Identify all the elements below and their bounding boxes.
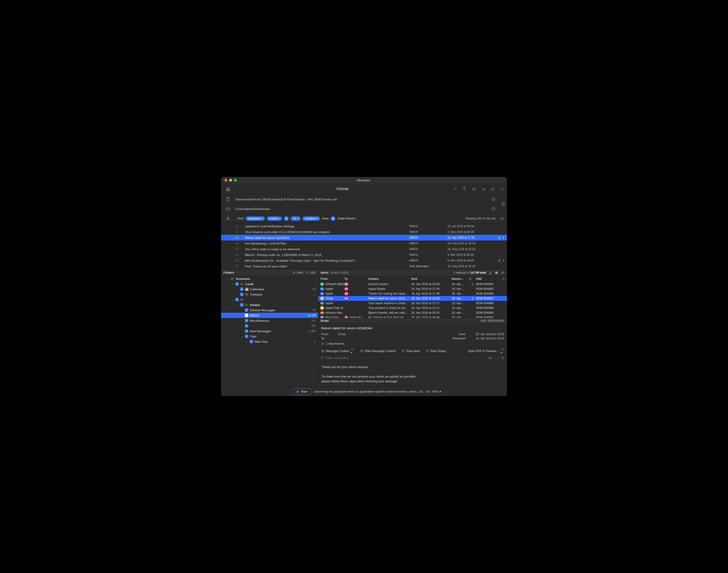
items-header: Items [4.983–4.992] 1 selected of 14.749…	[318, 269, 507, 276]
node-newyork[interactable]: ✓New York6	[221, 339, 318, 344]
minimize-window[interactable]	[229, 179, 232, 181]
node-groupless[interactable]: ›✓706	[221, 323, 318, 328]
col-to[interactable]: To	[344, 277, 368, 280]
chip-remove-icon[interactable]: ⊖	[284, 216, 289, 221]
trash-icon[interactable]	[501, 356, 505, 360]
preview-header: Email UIID: 0039-004987	[318, 318, 507, 324]
clear-search-icon[interactable]	[500, 217, 507, 220]
node-inbox[interactable]: ✓INBOX14.749	[221, 313, 318, 318]
items-rows[interactable]: IBinReach Billing BG Garmin Invoice 19. …	[318, 282, 507, 318]
table-row[interactable]: AAApple BG Apple Repair 19. Apr 2019 at …	[318, 286, 507, 291]
open-pdf-button[interactable]: Open PDF in Preview…▾	[465, 348, 507, 354]
square-icon[interactable]	[488, 184, 497, 195]
magic-wand-icon[interactable]	[450, 184, 459, 195]
user-icon[interactable]	[488, 271, 492, 274]
envelope-icon	[235, 265, 245, 268]
output-path[interactable]: /Users/bjoern/Downloads	[235, 207, 488, 211]
column-headers[interactable]: From To Subject Sent Receiv… UIID	[318, 276, 507, 282]
cart-icon[interactable]	[478, 184, 488, 195]
filter-button[interactable]: Filter	[292, 271, 303, 274]
preview-body[interactable]: Thank you for your return request.To mak…	[318, 361, 507, 386]
tab-plain-content[interactable]: Plain Message Content	[357, 348, 399, 354]
node-local[interactable]: ⌄✓Local	[221, 281, 318, 286]
chip-to[interactable]: To▾	[291, 216, 301, 221]
chip-anywhere[interactable]: anywhere▾	[245, 216, 265, 221]
table-row[interactable]: IBinReach Billing BG Garmin Invoice 19. …	[318, 282, 507, 286]
items-selection: 1 selected of 14.749 total	[453, 271, 486, 274]
table-row[interactable]: PFPorto Fino AKAdam Ko… Re: Dinner on Tu…	[318, 315, 507, 318]
node-accounts[interactable]: ⌄Accounts	[221, 276, 318, 281]
envelope-icon	[235, 230, 245, 233]
search-hit[interactable]: Fwd: Thank you for your order! Sent Mess…	[221, 263, 507, 269]
node-trips[interactable]: ⌄✓Trips	[221, 334, 318, 339]
query-text-2[interactable]: Order Return	[337, 217, 355, 220]
stats-icon[interactable]	[499, 195, 507, 214]
node-sent[interactable]: ✓Sent Messages3.465	[221, 328, 318, 334]
table-row[interactable]: ONOrnot BG Return label for return #22A……	[318, 296, 507, 301]
output-path-menu-icon[interactable]	[488, 207, 499, 211]
gear-icon[interactable]	[501, 271, 505, 274]
col-remove-icon[interactable]	[502, 277, 507, 280]
uiid-search[interactable]: UIID	[305, 271, 316, 274]
chevron-right-icon[interactable]: ›	[335, 333, 336, 335]
search-hit[interactable]: Return label for return #22AEAA INBOX 19…	[221, 235, 507, 241]
find-label: Find	[237, 217, 243, 220]
start-button[interactable]: Start	[292, 388, 311, 395]
search-icon[interactable]	[221, 216, 235, 221]
chip-add-icon[interactable]: ⊕	[331, 216, 335, 221]
search-hit[interactable]: Your IKEA order is ready to be delivered…	[221, 246, 507, 252]
chevron-right-icon[interactable]: ›	[335, 337, 336, 340]
search-hit[interactable]: Updated E-mail Notification Settings INB…	[221, 223, 507, 229]
chevron-right-icon[interactable]: ›	[346, 343, 347, 345]
node-calendars[interactable]: ✓📅Calendars118	[221, 286, 318, 292]
tab-message-content[interactable]: Message Content▾	[318, 348, 357, 354]
col-from[interactable]: From	[318, 277, 344, 280]
preview-search: Aa ‹ ›	[318, 355, 507, 361]
table-row[interactable]: AAApple Palo Al… Your product is ready f…	[318, 306, 507, 310]
tab-raw-input[interactable]: Raw Input	[399, 348, 423, 354]
folder-icon[interactable]	[221, 207, 235, 211]
search-hit[interactable]: 848 Southampton Dr - Available Thursday …	[221, 258, 507, 263]
search-hit[interactable]: Ihre Bestellung # 1102367842 INBOX 16. F…	[221, 241, 507, 246]
col-att[interactable]	[469, 277, 476, 280]
col-uiid[interactable]: UIID	[476, 277, 502, 280]
table-row[interactable]: AAApple BG Thanks for visiting the Upda……	[318, 291, 507, 296]
prev-match-icon[interactable]: ‹	[494, 356, 495, 360]
node-account2[interactable]: ⌄✓	[221, 297, 318, 302]
chip-emails[interactable]: emails▾	[267, 216, 282, 221]
footer-text[interactable]: converting all applicable items to appli…	[314, 390, 441, 393]
next-match-icon[interactable]: ›	[498, 356, 499, 360]
folders-pane: Folders Filter UIID ⌄Accounts ⌄✓Local ✓📅…	[221, 269, 318, 386]
input-path-menu-icon[interactable]	[488, 197, 499, 201]
node-deleted[interactable]: ✓Deleted Messages32	[221, 308, 318, 313]
input-path[interactable]: /Volumes/External 1/BG/Emails/OLM Files/…	[235, 198, 488, 201]
node-emails[interactable]: ⌄✓Emails	[221, 302, 318, 308]
col-recv[interactable]: Receiv…	[452, 277, 469, 280]
folders-title: Folders	[223, 271, 290, 274]
close-window[interactable]	[224, 179, 227, 181]
document-icon[interactable]	[221, 197, 235, 201]
sliders-icon[interactable]	[469, 184, 478, 195]
search-hit[interactable]: Your Amazon.com order #112-2854618-83298…	[221, 229, 507, 235]
node-contacts[interactable]: ✓Contacts1	[221, 292, 318, 297]
col-sent[interactable]: Sent	[411, 277, 452, 280]
preview-uiid: UIID: 0039-004987	[481, 319, 505, 322]
folder-tree[interactable]: ⌄Accounts ⌄✓Local ✓📅Calendars118 ✓Contac…	[221, 276, 318, 386]
info-icon[interactable]	[495, 271, 498, 274]
table-row[interactable]: AAApple Your repair request is compl… 19…	[318, 301, 507, 306]
zoom-window[interactable]	[234, 179, 237, 181]
attachments-text[interactable]: 1 attachments	[326, 342, 345, 345]
chip-contains[interactable]: contains▾	[302, 216, 320, 221]
col-subject[interactable]: Subject	[368, 277, 411, 280]
tab-raw-output[interactable]: Raw Output	[423, 348, 449, 354]
search-hit[interactable]: Bike24 - Receipt order no. 119040960 of …	[221, 252, 507, 258]
preview-search-input[interactable]	[326, 356, 486, 360]
home-icon[interactable]	[226, 187, 230, 191]
query-text-1[interactable]: Goer	[322, 217, 329, 220]
node-misc[interactable]: ›✓Miscellaneous142	[221, 318, 318, 323]
envelope-icon	[235, 247, 245, 251]
table-row[interactable]: AMAmazon Mar… Bjoern Goerke, will you ra…	[318, 310, 507, 315]
aa-toggle[interactable]: Aa	[488, 356, 492, 360]
clipboard-icon[interactable]	[459, 184, 469, 195]
help-icon[interactable]	[497, 184, 507, 195]
